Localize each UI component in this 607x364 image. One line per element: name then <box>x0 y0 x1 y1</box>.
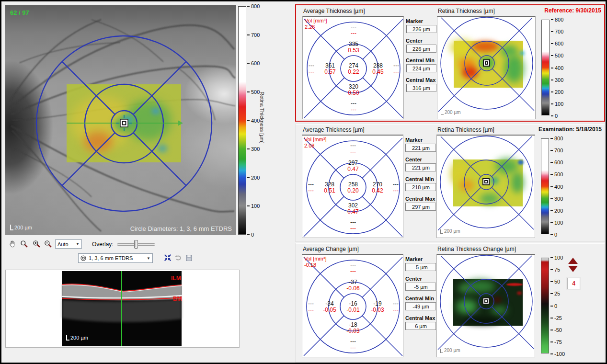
map-scale-bar: 200 µm <box>440 228 460 234</box>
zoom-mode-select[interactable]: Auto▼ <box>55 239 82 249</box>
marker-field: Marker221 µm <box>405 137 437 152</box>
scale-mark <box>10 225 13 230</box>
sector-temporal-outer: ------ <box>308 301 314 313</box>
map-scale-bar: 200 µm <box>441 110 461 115</box>
measurement-box: 297 µm <box>405 203 436 211</box>
measurement-box: 224 µm <box>406 64 436 72</box>
sector-temporal-inner: 3610.57 <box>324 63 335 75</box>
map-panel-title: Retina Thickness [µm] <box>438 8 495 14</box>
measurement-box: 226 µm <box>406 45 436 53</box>
panel-colorbar <box>541 20 550 115</box>
central-max-field: Central Max6 µm <box>405 315 437 330</box>
save-icon[interactable] <box>183 253 194 262</box>
ilm-label: ILM <box>171 275 181 282</box>
zoom-in-icon[interactable] <box>31 239 42 249</box>
sector-nasal-outer: ------ <box>393 182 399 194</box>
measurement-fields: Marker226 µm Center226 µm Central Min224… <box>406 5 439 121</box>
thickness-map[interactable]: 200 µm <box>437 16 536 119</box>
analysis-panel: Average Thickness [µm] Examination: 5/18… <box>295 124 605 242</box>
oct-analysis-window: 62 / 97 200 µm Circle Diameters: 1, 3, 6… <box>0 0 607 364</box>
central-max-field: Central Max297 µm <box>405 196 437 211</box>
retina-thickness-colorbar <box>238 6 246 235</box>
volume-readout: Vol [mm³] 2.08 <box>304 136 326 149</box>
sector-inferior-outer: ------ <box>351 101 356 113</box>
center-field: Center-5 µm <box>405 276 437 291</box>
grid-type-select[interactable]: 1, 3, 6 mm ETDRS▼ <box>78 253 153 263</box>
sector-central: 2580.20 <box>347 182 358 194</box>
sector-temporal-outer: ------ <box>309 63 314 75</box>
sector-inferior-outer: ------ <box>350 339 356 351</box>
sector-superior-inner: 3350.53 <box>348 41 359 54</box>
panel-colorbar-ticks: 800 700 600 500 400 300 200 100 0 <box>550 136 563 237</box>
chevron-down-icon: ▼ <box>76 242 80 246</box>
etdrs-sector-grid[interactable]: Vol [mm³] -0.18 ------ -37-0.06 ------ -… <box>302 254 403 357</box>
bscan-scale-bar: 200 µm <box>66 335 88 341</box>
central-min-field: Central Min-49 µm <box>405 296 437 310</box>
magnifier-icon[interactable] <box>19 239 29 249</box>
volume-readout: Vol [mm³] -0.18 <box>304 256 326 268</box>
slider-handle[interactable] <box>134 240 138 249</box>
undo-icon[interactable] <box>173 253 183 262</box>
grid-toolbar: 1, 3, 6 mm ETDRS▼ <box>5 253 236 264</box>
marker-field: Marker-5 µm <box>405 256 437 271</box>
sector-superior-outer: ------ <box>351 24 356 36</box>
measurement-box: 218 µm <box>405 183 436 191</box>
thickness-map[interactable]: 200 µm <box>436 135 535 238</box>
oct-bscan-image <box>6 270 239 347</box>
volume-value: -0.18 <box>304 262 326 268</box>
threshold-up-button[interactable] <box>568 258 578 264</box>
center-marker <box>482 178 490 185</box>
overlay-opacity-slider[interactable] <box>117 240 155 249</box>
analysis-panel: Average Thickness [µm] Reference: 9/30/2… <box>295 4 605 122</box>
analysis-panel: Average Change [µm] Vol [mm³] -0.18 ----… <box>295 243 605 363</box>
thickness-map[interactable]: 200 µm <box>436 254 535 357</box>
sector-superior-outer: ------ <box>350 143 356 155</box>
colorbar-ticks: 800 700 600 500 400 300 200 100 0 <box>247 4 260 237</box>
sector-superior-inner: -37-0.06 <box>346 279 359 292</box>
measurement-box: 316 µm <box>406 84 436 92</box>
image-toolbar: Auto▼ Overlay: <box>5 239 236 250</box>
scale-mark <box>440 349 443 353</box>
threshold-down-button[interactable] <box>568 266 578 272</box>
measurement-box: -49 µm <box>405 302 436 310</box>
panel-date-label: Reference: 9/30/2015 <box>544 7 601 14</box>
sector-central: 2740.22 <box>348 63 359 75</box>
etdrs-grid-overlay <box>5 5 236 235</box>
oct-bscan-panel[interactable]: ILM BM 200 µm <box>5 270 240 348</box>
map-grid-overlay <box>437 255 535 357</box>
sector-superior-inner: 2970.47 <box>347 160 358 172</box>
bm-label: BM <box>173 296 182 302</box>
scale-mark <box>66 335 69 341</box>
fundus-image[interactable]: 62 / 97 200 µm Circle Diameters: 1, 3, 6… <box>5 5 236 235</box>
etdrs-sector-grid[interactable]: Vol [mm³] 2.08 ------ 2970.47 ------ 328… <box>302 135 403 238</box>
sector-central: -16-0.01 <box>346 301 359 313</box>
threshold-value-box[interactable]: 4 <box>567 278 580 289</box>
map-scale-bar: 200 µm <box>440 348 460 353</box>
grid-type-value: 1, 3, 6 mm ETDRS <box>89 255 133 261</box>
measurement-box: 221 µm <box>405 144 436 152</box>
sector-inferior-inner: -18-0.03 <box>346 322 359 334</box>
circle-diameters-caption: Circle Diameters: 1, 3, 6 mm ETDRS <box>130 225 232 232</box>
measurement-box: 221 µm <box>405 163 436 171</box>
fit-to-view-icon[interactable] <box>162 253 173 262</box>
volume-label: Vol [mm³] <box>304 256 326 262</box>
sector-nasal-outer: ------ <box>393 63 399 75</box>
frame-counter: 62 / 97 <box>10 9 29 16</box>
sector-inferior-inner: 3200.50 <box>348 84 359 96</box>
map-panel-title: Retina Thickness Change [µm] <box>437 246 516 252</box>
measurement-fields: Marker-5 µm Center-5 µm Central Min-49 µ… <box>405 243 439 362</box>
pan-hand-icon[interactable] <box>7 239 18 249</box>
volume-readout: Vol [mm³] 2.26 <box>305 18 327 30</box>
etdrs-sector-grid[interactable]: Vol [mm³] 2.26 ------ 3350.53 ------ 361… <box>302 16 404 119</box>
central-max-field: Central Max316 µm <box>406 77 437 92</box>
sector-nasal-inner: -19-0.03 <box>371 301 384 313</box>
zoom-out-icon[interactable] <box>43 239 53 249</box>
scale-bar: 200 µm <box>10 225 32 230</box>
sector-temporal-inner: 3280.51 <box>324 182 335 194</box>
volume-label: Vol [mm³] <box>305 18 327 24</box>
sector-inferior-outer: ------ <box>350 219 356 232</box>
central-min-field: Central Min218 µm <box>405 176 437 191</box>
sector-temporal-outer: ------ <box>308 182 314 194</box>
chevron-down-icon: ▼ <box>147 256 150 261</box>
scale-mark <box>441 111 444 115</box>
